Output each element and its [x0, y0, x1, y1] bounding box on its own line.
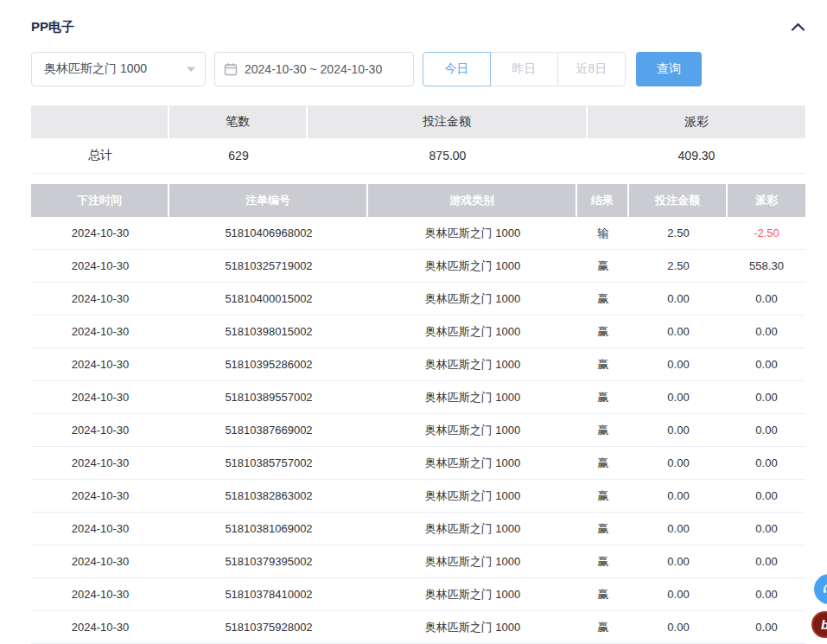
cell-bet-amount: 0.00 — [629, 414, 728, 447]
table-row: 2024-10-30 51810400015002 奥林匹斯之门 1000 赢 … — [31, 283, 805, 316]
cell-game: 奥林匹斯之门 1000 — [368, 217, 577, 250]
cell-game: 奥林匹斯之门 1000 — [368, 513, 577, 545]
cell-bet-id: 51810381069002 — [169, 513, 368, 545]
cell-result: 赢 — [577, 611, 629, 644]
summary-header-payout: 派彩 — [588, 105, 805, 138]
header-bet-amount: 投注金额 — [629, 184, 728, 217]
cell-game: 奥林匹斯之门 1000 — [368, 283, 577, 316]
cell-bet-amount: 0.00 — [629, 480, 728, 513]
page-title: PP电子 — [31, 19, 74, 35]
cell-bet-id: 51810379395002 — [169, 545, 368, 578]
cell-result: 赢 — [577, 348, 629, 381]
cell-bet-time: 2024-10-30 — [31, 578, 169, 611]
summary-header-blank — [31, 105, 169, 138]
table-row: 2024-10-30 51810387669002 奥林匹斯之门 1000 赢 … — [31, 414, 805, 447]
cell-result: 赢 — [577, 578, 629, 611]
brand-fab[interactable]: b — [811, 611, 827, 638]
table-row: 2024-10-30 51810395286002 奥林匹斯之门 1000 赢 … — [31, 348, 805, 381]
cell-bet-time: 2024-10-30 — [31, 348, 169, 381]
bets-table-body: 2024-10-30 51810406968002 奥林匹斯之门 1000 输 … — [31, 217, 805, 644]
cell-bet-amount: 2.50 — [629, 250, 728, 283]
filter-toolbar: 奥林匹斯之门 1000 2024-10-30 ~ 2024-10-30 今日 昨… — [31, 52, 805, 86]
cell-bet-amount: 0.00 — [629, 545, 728, 578]
cell-payout: 0.00 — [728, 381, 805, 414]
quick-date-button-group: 今日 昨日 近8日 — [423, 52, 626, 86]
cell-result: 赢 — [577, 480, 629, 513]
cell-bet-id: 51810325719002 — [169, 250, 368, 283]
cell-game: 奥林匹斯之门 1000 — [368, 250, 577, 283]
table-row: 2024-10-30 51810389557002 奥林匹斯之门 1000 赢 … — [31, 381, 805, 414]
cell-result: 赢 — [577, 447, 629, 480]
chevron-up-icon — [791, 22, 805, 32]
cell-result: 输 — [577, 217, 629, 250]
brand-fab-label: b — [821, 617, 827, 632]
cell-result: 赢 — [577, 414, 629, 447]
cell-bet-time: 2024-10-30 — [31, 513, 169, 545]
header-bet-time: 下注时间 — [31, 184, 169, 217]
calendar-icon — [224, 62, 238, 76]
panel-header: PP电子 — [31, 17, 805, 36]
table-row: 2024-10-30 51810385757002 奥林匹斯之门 1000 赢 … — [31, 447, 805, 480]
cell-result: 赢 — [577, 250, 629, 283]
cell-game: 奥林匹斯之门 1000 — [368, 578, 577, 611]
cell-game: 奥林匹斯之门 1000 — [368, 381, 577, 414]
cell-payout: -2.50 — [728, 217, 805, 250]
chevron-down-icon — [186, 66, 196, 73]
today-button[interactable]: 今日 — [423, 52, 491, 86]
cell-payout: 0.00 — [728, 578, 805, 611]
table-row: 2024-10-30 51810325719002 奥林匹斯之门 1000 赢 … — [31, 250, 805, 283]
table-row: 2024-10-30 51810378410002 奥林匹斯之门 1000 赢 … — [31, 578, 805, 611]
table-row: 2024-10-30 51810382863002 奥林匹斯之门 1000 赢 … — [31, 480, 805, 513]
cell-bet-time: 2024-10-30 — [31, 283, 169, 316]
cell-payout: 0.00 — [728, 316, 805, 348]
collapse-panel-button[interactable] — [791, 22, 805, 32]
yesterday-button[interactable]: 昨日 — [490, 52, 558, 86]
cell-bet-id: 51810398015002 — [169, 316, 368, 348]
game-select[interactable]: 奥林匹斯之门 1000 — [31, 52, 206, 86]
date-range-input[interactable]: 2024-10-30 ~ 2024-10-30 — [214, 52, 414, 86]
cell-bet-time: 2024-10-30 — [31, 545, 169, 578]
cell-payout: 558.30 — [728, 250, 805, 283]
cell-payout: 0.00 — [728, 414, 805, 447]
headset-icon — [822, 582, 827, 596]
table-row: 2024-10-30 51810375928002 奥林匹斯之门 1000 赢 … — [31, 611, 805, 644]
header-game-category: 游戏类别 — [368, 184, 577, 217]
cell-game: 奥林匹斯之门 1000 — [368, 611, 577, 644]
cell-payout: 0.00 — [728, 283, 805, 316]
cell-bet-id: 51810395286002 — [169, 348, 368, 381]
cell-bet-time: 2024-10-30 — [31, 480, 169, 513]
cell-bet-id: 51810378410002 — [169, 578, 368, 611]
cell-bet-time: 2024-10-30 — [31, 217, 169, 250]
summary-total-row: 总计 629 875.00 409.30 — [31, 138, 805, 174]
cell-bet-amount: 0.00 — [629, 513, 728, 545]
cell-bet-time: 2024-10-30 — [31, 414, 169, 447]
summary-total-payout: 409.30 — [588, 138, 805, 174]
cell-result: 赢 — [577, 381, 629, 414]
cell-bet-id: 51810387669002 — [169, 414, 368, 447]
cell-game: 奥林匹斯之门 1000 — [368, 480, 577, 513]
summary-header-bet: 投注金额 — [308, 105, 588, 138]
pp-game-panel: PP电子 奥林匹斯之门 1000 2024-10-30 ~ — [0, 0, 805, 644]
header-payout: 派彩 — [728, 184, 805, 217]
bets-table: 下注时间 注单编号 游戏类别 结果 投注金额 派彩 2024-10-30 518… — [31, 184, 805, 644]
cell-bet-id: 51810385757002 — [169, 447, 368, 480]
cell-bet-time: 2024-10-30 — [31, 447, 169, 480]
last-8-days-button[interactable]: 近8日 — [557, 52, 626, 86]
cell-bet-time: 2024-10-30 — [31, 316, 169, 348]
summary-total-count: 629 — [169, 138, 308, 174]
cell-bet-time: 2024-10-30 — [31, 381, 169, 414]
cell-bet-amount: 0.00 — [629, 578, 728, 611]
customer-service-fab[interactable] — [814, 574, 827, 604]
cell-payout: 0.00 — [728, 447, 805, 480]
cell-bet-time: 2024-10-30 — [31, 250, 169, 283]
cell-game: 奥林匹斯之门 1000 — [368, 414, 577, 447]
cell-bet-id: 51810389557002 — [169, 381, 368, 414]
summary-total-label: 总计 — [31, 138, 169, 174]
cell-bet-amount: 0.00 — [629, 611, 728, 644]
table-row: 2024-10-30 51810398015002 奥林匹斯之门 1000 赢 … — [31, 316, 805, 348]
header-bet-id: 注单编号 — [169, 184, 368, 217]
search-button[interactable]: 查询 — [636, 52, 702, 86]
cell-bet-id: 51810382863002 — [169, 480, 368, 513]
cell-bet-amount: 0.00 — [629, 348, 728, 381]
bets-header-row: 下注时间 注单编号 游戏类别 结果 投注金额 派彩 — [31, 184, 805, 217]
